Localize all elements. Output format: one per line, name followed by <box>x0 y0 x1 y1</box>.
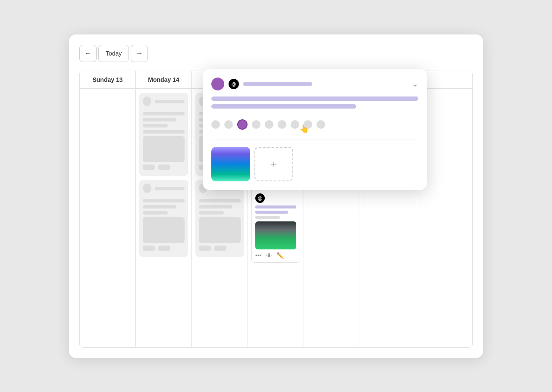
forest-image <box>255 221 296 249</box>
more-icon-2[interactable]: ••• <box>255 252 262 259</box>
content-line-5 <box>255 211 288 214</box>
mini-avatar-7 <box>291 120 299 129</box>
mini-avatar-8 <box>304 120 312 129</box>
mini-avatar-2 <box>224 120 233 129</box>
avatar-row: 👆 <box>211 115 418 140</box>
popup-header: @ ⌄ <box>211 78 418 90</box>
popup-avatar <box>211 78 224 90</box>
forward-button[interactable]: → <box>131 45 148 62</box>
popup-threads-icon: @ <box>229 79 239 89</box>
popup-header-left: @ <box>211 78 312 90</box>
popup-text-2 <box>211 104 356 109</box>
mini-avatar-active[interactable] <box>237 119 248 130</box>
day-col-sunday <box>80 89 136 347</box>
popup-chevron-icon[interactable]: ⌄ <box>412 79 418 89</box>
event-popup: @ ⌄ 👆 + <box>203 69 427 190</box>
popup-username <box>243 82 312 86</box>
edit-icon[interactable]: ✏️ <box>276 252 284 259</box>
skeleton-event-tue-2 <box>195 180 244 257</box>
threads-logo-2: @ <box>255 193 265 203</box>
mini-avatar-4 <box>252 120 260 129</box>
mini-avatar-6 <box>278 120 286 129</box>
calendar-container: ← Today → Sunday 13 Monday 14 Tuesday 15… <box>69 34 483 358</box>
skeleton-event <box>139 93 188 176</box>
wed-event-2: 📅 12:23 @ ••• 👁 ✏️ <box>251 180 300 263</box>
content-line-4 <box>255 205 296 208</box>
day-col-monday <box>136 89 192 347</box>
skeleton-event-2 <box>139 180 188 257</box>
image-thumbnail[interactable] <box>211 147 250 181</box>
event-actions-2: ••• 👁 ✏️ <box>255 252 296 259</box>
back-button[interactable]: ← <box>79 45 97 62</box>
image-row: + <box>211 147 418 181</box>
balloon-thumb-image <box>211 147 250 181</box>
content-line-6 <box>255 216 280 219</box>
event-image-2 <box>255 221 296 249</box>
popup-text-1 <box>211 96 418 101</box>
toolbar: ← Today → <box>79 45 473 62</box>
mini-avatar-5 <box>265 120 273 129</box>
mini-avatar-9 <box>317 120 325 129</box>
view-icon-2[interactable]: 👁 <box>266 252 272 259</box>
today-button[interactable]: Today <box>98 45 129 62</box>
header-monday: Monday 14 <box>136 71 192 89</box>
mini-avatar-1 <box>211 120 220 129</box>
header-sunday: Sunday 13 <box>80 71 136 89</box>
add-image-button[interactable]: + <box>254 147 293 181</box>
